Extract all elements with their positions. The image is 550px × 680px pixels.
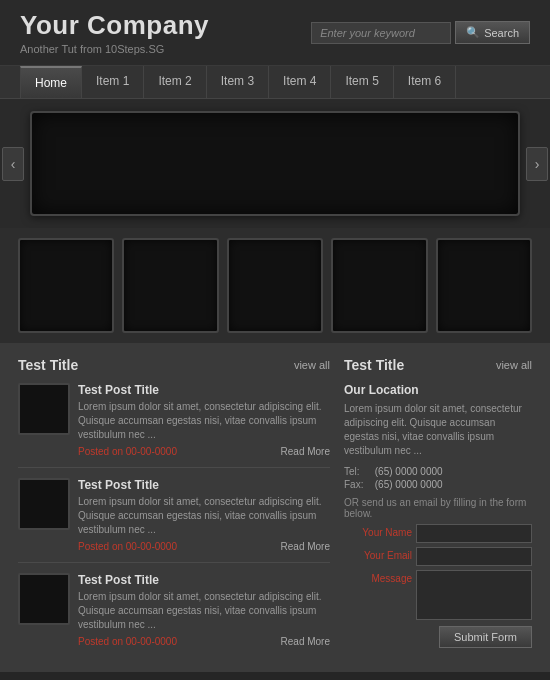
nav-item-4[interactable]: Item 4 — [269, 66, 331, 98]
email-input[interactable] — [416, 547, 532, 566]
post-excerpt-1: Lorem ipsum dolor sit amet, consectetur … — [78, 400, 330, 442]
sidebar-section-title: Test Title — [344, 357, 404, 373]
thumbnail-2[interactable] — [122, 238, 218, 333]
brand-area: Your Company Another Tut from 10Steps.SG — [20, 10, 209, 55]
location-title: Our Location — [344, 383, 532, 397]
post-content-2: Test Post Title Lorem ipsum dolor sit am… — [78, 478, 330, 552]
post-item-2: Test Post Title Lorem ipsum dolor sit am… — [18, 478, 330, 563]
post-date-3: Posted on 00-00-0000 — [78, 636, 177, 647]
message-label: Message — [344, 570, 412, 584]
form-row-email: Your Email — [344, 547, 532, 566]
posts-column: Test Title view all Test Post Title Lore… — [18, 357, 330, 657]
content-section: Test Title view all Test Post Title Lore… — [0, 343, 550, 671]
posts-section-header: Test Title view all — [18, 357, 330, 373]
post-thumb-3 — [18, 573, 70, 625]
sidebar-view-all[interactable]: view all — [496, 359, 532, 371]
fax-label: Fax: — [344, 479, 372, 490]
nav-item-home[interactable]: Home — [20, 66, 82, 98]
footer: © 2010 All Rights Reserved. Terms of Ser… — [0, 671, 550, 680]
brand-title: Your Company — [20, 10, 209, 41]
slider-main — [30, 111, 520, 216]
nav-item-3[interactable]: Item 3 — [207, 66, 269, 98]
read-more-2[interactable]: Read More — [281, 541, 330, 552]
thumbnails-section — [0, 228, 550, 343]
post-title-3: Test Post Title — [78, 573, 330, 587]
post-item-1: Test Post Title Lorem ipsum dolor sit am… — [18, 383, 330, 468]
posts-view-all[interactable]: view all — [294, 359, 330, 371]
post-thumb-2 — [18, 478, 70, 530]
post-thumb-1 — [18, 383, 70, 435]
search-button-label: Search — [484, 27, 519, 39]
post-meta-3: Posted on 00-00-0000 Read More — [78, 636, 330, 647]
name-label: Your Name — [344, 524, 412, 538]
nav-item-5[interactable]: Item 5 — [331, 66, 393, 98]
slider-next-button[interactable]: › — [526, 147, 548, 181]
message-textarea[interactable] — [416, 570, 532, 620]
search-button[interactable]: 🔍 Search — [455, 21, 530, 44]
header: Your Company Another Tut from 10Steps.SG… — [0, 0, 550, 66]
thumbnail-4[interactable] — [331, 238, 427, 333]
nav-item-2[interactable]: Item 2 — [144, 66, 206, 98]
read-more-3[interactable]: Read More — [281, 636, 330, 647]
chevron-left-icon: ‹ — [11, 156, 16, 172]
nav-item-1[interactable]: Item 1 — [82, 66, 144, 98]
nav-bar: Home Item 1 Item 2 Item 3 Item 4 Item 5 … — [0, 66, 550, 99]
form-row-message: Message — [344, 570, 532, 620]
search-input[interactable] — [311, 22, 451, 44]
post-title-1: Test Post Title — [78, 383, 330, 397]
thumbnail-3[interactable] — [227, 238, 323, 333]
tel-label: Tel: — [344, 466, 372, 477]
nav-item-6[interactable]: Item 6 — [394, 66, 456, 98]
email-label: Your Email — [344, 547, 412, 561]
thumbnail-5[interactable] — [436, 238, 532, 333]
post-meta-1: Posted on 00-00-0000 Read More — [78, 446, 330, 457]
read-more-1[interactable]: Read More — [281, 446, 330, 457]
form-row-name: Your Name — [344, 524, 532, 543]
post-excerpt-3: Lorem ipsum dolor sit amet, consectetur … — [78, 590, 330, 632]
submit-button[interactable]: Submit Form — [439, 626, 532, 648]
search-icon: 🔍 — [466, 26, 480, 39]
post-excerpt-2: Lorem ipsum dolor sit amet, consectetur … — [78, 495, 330, 537]
post-content-3: Test Post Title Lorem ipsum dolor sit am… — [78, 573, 330, 647]
post-meta-2: Posted on 00-00-0000 Read More — [78, 541, 330, 552]
contact-form: Your Name Your Email Message Submit Form — [344, 524, 532, 648]
post-item-3: Test Post Title Lorem ipsum dolor sit am… — [18, 573, 330, 657]
location-desc: Lorem ipsum dolor sit amet, consectetur … — [344, 402, 532, 458]
thumbnail-1[interactable] — [18, 238, 114, 333]
tel-line: Tel: (65) 0000 0000 — [344, 466, 532, 477]
sidebar-section-header: Test Title view all — [344, 357, 532, 373]
slider-prev-button[interactable]: ‹ — [2, 147, 24, 181]
chevron-right-icon: › — [535, 156, 540, 172]
posts-section-title: Test Title — [18, 357, 78, 373]
location-box: Our Location Lorem ipsum dolor sit amet,… — [344, 383, 532, 648]
post-content-1: Test Post Title Lorem ipsum dolor sit am… — [78, 383, 330, 457]
right-column: Test Title view all Our Location Lorem i… — [344, 357, 532, 657]
brand-subtitle: Another Tut from 10Steps.SG — [20, 43, 209, 55]
post-date-2: Posted on 00-00-0000 — [78, 541, 177, 552]
tel-value: (65) 0000 0000 — [375, 466, 443, 477]
fax-line: Fax: (65) 0000 0000 — [344, 479, 532, 490]
slider-section: ‹ › — [0, 99, 550, 228]
post-title-2: Test Post Title — [78, 478, 330, 492]
name-input[interactable] — [416, 524, 532, 543]
slider-wrapper: ‹ › — [30, 111, 520, 216]
post-date-1: Posted on 00-00-0000 — [78, 446, 177, 457]
fax-value: (65) 0000 0000 — [375, 479, 443, 490]
search-area: 🔍 Search — [311, 21, 530, 44]
form-note: OR send us an email by filling in the fo… — [344, 497, 532, 519]
